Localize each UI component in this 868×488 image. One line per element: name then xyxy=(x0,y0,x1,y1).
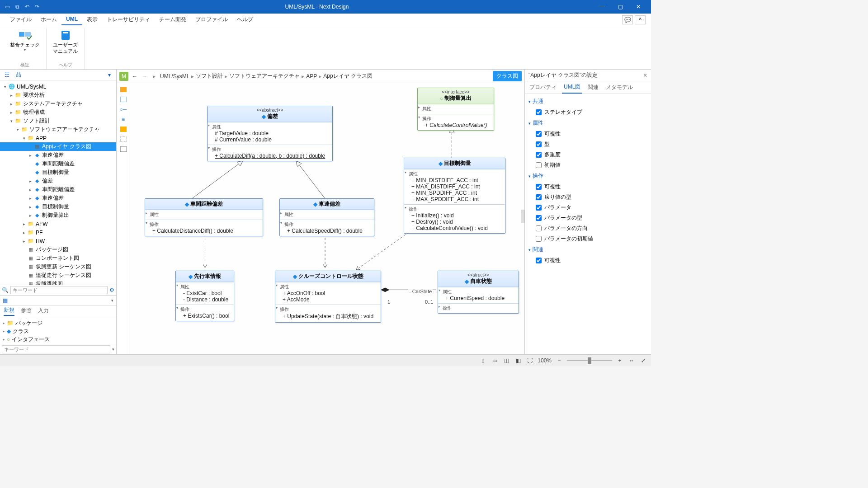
tree-collapse-icon[interactable]: ▾ xyxy=(105,71,113,79)
tree-item[interactable]: ▦追従走行 シーケンス図 xyxy=(0,271,116,280)
minimize-button[interactable]: — xyxy=(593,0,611,14)
tree-item[interactable]: ▸📁システムアーキテクチャ xyxy=(0,99,116,108)
maximize-button[interactable]: ▢ xyxy=(611,0,629,14)
zoom-out-icon[interactable]: − xyxy=(555,357,563,365)
zoom-slider[interactable] xyxy=(567,360,612,361)
bottom-panel-icon[interactable]: ▦ xyxy=(3,297,8,304)
validate-button[interactable]: 整合チェック ▾ xyxy=(7,28,42,53)
class-dist[interactable]: ◆車間距離偏差 ▸属性 ▾操作 + CalculateDistanceDiff(… xyxy=(145,198,263,236)
palette-note-icon[interactable] xyxy=(119,126,127,133)
checkbox[interactable] xyxy=(536,109,542,115)
undo-icon[interactable]: ↶ xyxy=(24,3,31,10)
section-関連[interactable]: 関連 xyxy=(528,244,647,255)
tree-filter-input[interactable] xyxy=(10,286,108,294)
close-panel-icon[interactable]: ✕ xyxy=(643,72,647,79)
palette-enum-icon[interactable]: ≡ xyxy=(119,116,127,123)
check-パラメータの方向[interactable]: パラメータの方向 xyxy=(528,223,647,234)
bottom-tab-新規[interactable]: 新規 xyxy=(4,306,14,316)
checkbox[interactable] xyxy=(536,194,542,200)
section-操作[interactable]: 操作 xyxy=(528,170,647,182)
tree-item[interactable]: ▸📁HW xyxy=(0,237,116,245)
props-tab-UML図[interactable]: UML図 xyxy=(562,81,582,94)
tree-item[interactable]: ▸◆制御量算出 xyxy=(0,211,116,220)
check-ステレオタイプ[interactable]: ステレオタイプ xyxy=(528,107,647,117)
filter-settings-icon[interactable]: ⚙ xyxy=(109,287,114,293)
check-パラメータの型[interactable]: パラメータの型 xyxy=(528,213,647,223)
class-cruise[interactable]: ◆クルーズコントロール状態 ▾属性 + AccOnOff : bool + Ac… xyxy=(275,271,381,323)
save-all-icon[interactable]: ⧉ xyxy=(14,3,21,10)
checkbox[interactable] xyxy=(536,215,542,221)
class-carstate[interactable]: <<struct>> ◆自車状態 ▾属性 + CurrentSpeed : do… xyxy=(438,271,519,314)
fullscreen-icon[interactable]: ⤢ xyxy=(639,357,647,365)
menu-ヘルプ[interactable]: ヘルプ xyxy=(232,14,258,25)
section-共通[interactable]: 共通 xyxy=(528,96,647,107)
model-tree[interactable]: ▾🌐UML/SysML▸📁要求分析▸📁システムアーキテクチャ▸📁物理構成▾📁ソフ… xyxy=(0,80,116,285)
tree-item[interactable]: ▸◆車速偏差 xyxy=(0,151,116,160)
check-可視性[interactable]: 可視性 xyxy=(528,129,647,139)
menu-UML[interactable]: UML xyxy=(61,14,82,25)
class-hensa[interactable]: <<abstract>> ◆偏差 ▾属性 # TargetValue : dou… xyxy=(207,106,333,161)
checkbox[interactable] xyxy=(536,205,542,211)
tree-item[interactable]: ▸◆車間距離偏差 xyxy=(0,185,116,194)
check-パラメータ[interactable]: パラメータ xyxy=(528,202,647,213)
breadcrumb-item[interactable]: APP xyxy=(306,73,317,80)
diagram-type-chip[interactable]: クラス図 xyxy=(493,71,522,81)
diagram-canvas[interactable]: <<abstract>> ◆偏差 ▾属性 # TargetValue : dou… xyxy=(130,83,524,354)
tree-item[interactable]: ▸📁物理構成 xyxy=(0,108,116,117)
checkbox[interactable] xyxy=(536,141,542,147)
bottom-filter-input[interactable] xyxy=(2,345,110,353)
layout1-icon[interactable]: ▯ xyxy=(479,357,487,365)
checkbox[interactable] xyxy=(536,162,542,168)
splitter-right[interactable] xyxy=(521,210,524,223)
class-speed[interactable]: ◆車速偏差 ▸属性 ▾操作 + CalculateSpeedDiff() : d… xyxy=(279,198,374,236)
interface-seigyo[interactable]: <<interface>> ○制御量算出 ▸属性 ▾操作 + Calculate… xyxy=(417,88,494,131)
zoom-fit-icon[interactable]: ↔ xyxy=(627,357,636,365)
check-型[interactable]: 型 xyxy=(528,139,647,150)
tree-item[interactable]: ▦パッケージ図 xyxy=(0,245,116,254)
tree-item[interactable]: ▦状態更新 シーケンス図 xyxy=(0,263,116,271)
class-target[interactable]: ◆目標制御量 ▾属性 + MIN_DISTDIFF_ACC : int + MA… xyxy=(404,158,505,234)
bottom-tab-参照[interactable]: 参照 xyxy=(21,307,32,315)
menu-ホーム[interactable]: ホーム xyxy=(36,14,61,25)
check-初期値[interactable]: 初期値 xyxy=(528,160,647,170)
palette-item[interactable]: ▸◆ クラス xyxy=(3,327,113,335)
feedback-icon[interactable]: 💬 xyxy=(622,15,633,24)
bottom-dropdown-icon[interactable]: ▾ xyxy=(111,298,113,303)
tree-item[interactable]: ▾📁ソフト設計 xyxy=(0,117,116,125)
palette-text-icon[interactable] xyxy=(119,136,127,143)
palette-frame-icon[interactable] xyxy=(119,145,127,153)
breadcrumb-item[interactable]: ソフト設計 xyxy=(196,72,223,80)
tree-item[interactable]: ▾📁ソフトウェアアーキテクチャ xyxy=(0,125,116,134)
palette-class-icon[interactable] xyxy=(119,96,127,103)
check-多重度[interactable]: 多重度 xyxy=(528,150,647,160)
model-chip-icon[interactable]: M xyxy=(119,72,128,81)
tree-item[interactable]: ▦状態遷移図 xyxy=(0,280,116,285)
menu-チーム開発[interactable]: チーム開発 xyxy=(155,14,191,25)
tree-item[interactable]: ▸📁AFW xyxy=(0,220,116,228)
tree-tab-icon[interactable]: ☷ xyxy=(3,71,11,79)
tree-item[interactable]: ▦コンポーネント図 xyxy=(0,254,116,263)
check-可視性[interactable]: 可視性 xyxy=(528,182,647,192)
tree-item[interactable]: ▾🌐UML/SysML xyxy=(0,82,116,91)
menu-表示[interactable]: 表示 xyxy=(82,14,102,25)
checkbox[interactable] xyxy=(536,225,542,231)
palette-item[interactable]: ▸○ インタフェース xyxy=(3,335,113,343)
props-tab-メタモデル[interactable]: メタモデル xyxy=(604,82,635,93)
menu-ファイル[interactable]: ファイル xyxy=(5,14,36,25)
bottom-tab-入力[interactable]: 入力 xyxy=(38,307,49,315)
palette-item[interactable]: ▸📁 パッケージ xyxy=(3,319,113,327)
tree-item[interactable]: ▾📁APP xyxy=(0,134,116,142)
tree-item[interactable]: ◆目標制御量 xyxy=(0,168,116,177)
checkbox[interactable] xyxy=(536,236,542,242)
tree-item[interactable]: ◆車間距離偏差 xyxy=(0,160,116,168)
check-可視性[interactable]: 可視性 xyxy=(528,255,647,266)
close-button[interactable]: ✕ xyxy=(629,0,647,14)
props-tab-プロパティ[interactable]: プロパティ xyxy=(528,82,558,93)
tree-item[interactable]: ▸◆目標制御量 xyxy=(0,202,116,211)
checkbox[interactable] xyxy=(536,258,542,263)
layout3-icon[interactable]: ◫ xyxy=(502,357,510,365)
checkbox[interactable] xyxy=(536,184,542,190)
tree-tab2-icon[interactable]: 品 xyxy=(14,71,23,79)
breadcrumb-item[interactable]: ソフトウェアアーキテクチャ xyxy=(229,72,300,80)
section-属性[interactable]: 属性 xyxy=(528,117,647,129)
